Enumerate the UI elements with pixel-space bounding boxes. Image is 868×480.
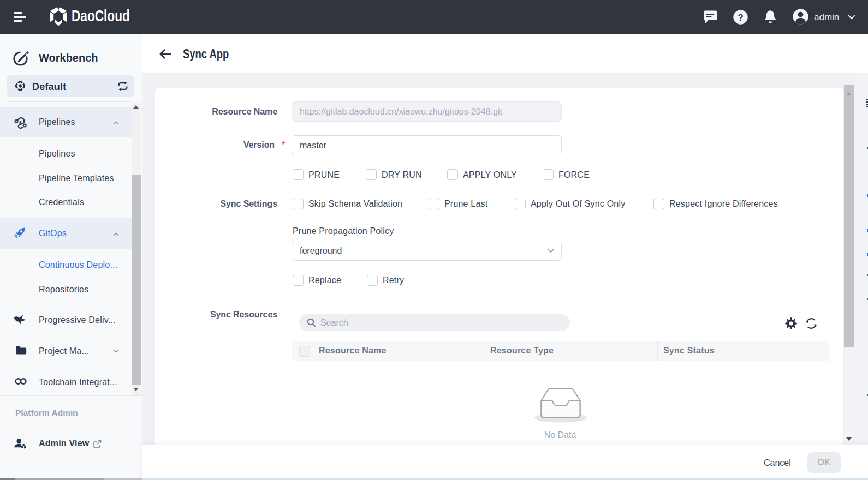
svg-text:?: ? [738,13,743,23]
